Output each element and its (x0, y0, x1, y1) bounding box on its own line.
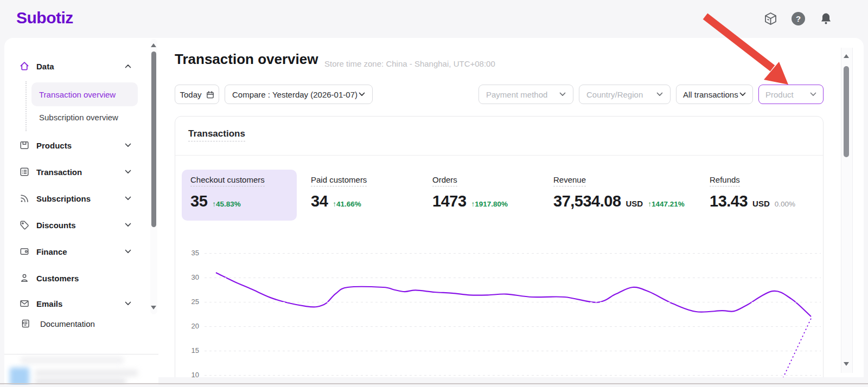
y-tick-label: 35 (175, 249, 199, 257)
package-icon[interactable] (763, 11, 778, 26)
app-logo[interactable]: Subotiz (16, 9, 73, 27)
y-tick-label: 20 (175, 322, 199, 330)
app-window: Subotiz ? (0, 0, 868, 387)
payment-method-dropdown[interactable]: Payment method (478, 85, 573, 104)
metric-unit: USD (626, 199, 643, 208)
sidebar-item-emails[interactable]: Emails (4, 296, 145, 311)
y-tick-label: 30 (175, 273, 199, 281)
grid-line (205, 302, 821, 302)
help-icon[interactable]: ? (791, 11, 806, 26)
scroll-up-icon[interactable] (151, 43, 156, 47)
date-range-label: Today (180, 90, 201, 99)
metric-value: 35 (190, 192, 207, 210)
subscriptions-icon (19, 193, 30, 204)
documentation-icon (20, 318, 31, 329)
chevron-down-icon (359, 92, 365, 96)
sidebar-item-label: Products (36, 141, 72, 150)
calendar-icon (206, 91, 214, 99)
customers-icon (19, 273, 30, 283)
compare-dropdown[interactable]: Compare : Yesterday (2026-01-07) (225, 85, 373, 104)
scroll-up-icon[interactable] (844, 54, 849, 58)
metric-label: Checkout customers (190, 175, 265, 186)
metric-unit: USD (752, 199, 770, 208)
filter-bar: Today Compare : Yesterday (2026-01-07) P… (175, 85, 824, 104)
sidebar-item-label: Discounts (36, 221, 76, 230)
country-region-dropdown[interactable]: Country/Region (579, 85, 671, 104)
product-filter-dropdown[interactable]: Product (758, 85, 824, 104)
sidebar-item-discounts[interactable]: Discounts (4, 217, 145, 233)
metric-orders[interactable]: Orders 1473 ↑1917.80% (432, 175, 508, 210)
chart-line-projection (776, 319, 811, 377)
chevron-down-icon (810, 92, 816, 96)
notifications-icon[interactable] (819, 11, 833, 26)
blurred-account-widget (4, 356, 158, 385)
top-bar: Subotiz ? (0, 0, 868, 38)
page-scrollbar[interactable] (841, 48, 853, 373)
sidebar-item-data[interactable]: Data (4, 59, 145, 74)
metric-paid-customers[interactable]: Paid customers 34 ↑41.66% (311, 175, 367, 210)
active-subnav-label: Transaction overview (39, 90, 116, 99)
sidebar-item-documentation[interactable]: Documentation (4, 316, 145, 331)
metric-value: 13.43 (710, 192, 748, 210)
metric-value: 37,534.08 (553, 192, 621, 210)
svg-text:?: ? (796, 14, 801, 23)
sidebar-item-finance[interactable]: Finance (4, 244, 145, 259)
discounts-icon (19, 220, 30, 230)
chevron-down-icon (656, 92, 663, 96)
metric-delta: ↑1447.21% (648, 200, 685, 208)
date-range-button[interactable]: Today (175, 85, 219, 104)
sidebar-scrollbar[interactable] (150, 39, 157, 314)
sidebar-item-transaction-overview[interactable]: Transaction overview (31, 82, 138, 106)
card-divider (175, 155, 823, 156)
chevron-down-icon (125, 170, 131, 174)
sidebar: Data Transaction overview Subscription o… (4, 38, 158, 385)
sidebar-item-label: Transaction (36, 167, 82, 177)
page-scrollbar-thumb[interactable] (844, 66, 849, 157)
sidebar-item-customers[interactable]: Customers (4, 270, 145, 286)
scroll-down-icon[interactable] (844, 362, 849, 366)
transactions-chart-svg (205, 244, 821, 377)
grid-line (205, 351, 821, 351)
sidebar-item-label: Finance (36, 247, 67, 256)
chevron-down-icon (125, 196, 131, 201)
main-content: Transaction overview Store time zone: Ch… (158, 38, 864, 377)
transaction-icon (19, 166, 30, 177)
transaction-type-label: All transactions (683, 90, 738, 99)
metric-checkout-customers[interactable]: Checkout customers 35 ↑45.83% (190, 175, 265, 210)
y-tick-label: 15 (175, 346, 199, 354)
window-bottom-edge (0, 383, 868, 384)
metric-label: Orders (432, 175, 457, 186)
metric-delta: 0.00% (775, 200, 795, 208)
sidebar-item-products[interactable]: Products (4, 138, 145, 153)
chevron-down-icon (125, 143, 131, 147)
scroll-down-icon[interactable] (151, 306, 156, 309)
sidebar-scrollbar-thumb[interactable] (151, 51, 156, 227)
home-icon (19, 61, 30, 72)
page-title: Transaction overview (175, 51, 318, 68)
chevron-down-icon (125, 223, 131, 227)
sidebar-item-subscriptions[interactable]: Subscriptions (4, 191, 145, 206)
sidebar-divider (4, 354, 158, 354)
sidebar-item-transaction[interactable]: Transaction (4, 164, 145, 179)
sidebar-item-subscription-overview[interactable]: Subscription overview (39, 109, 118, 125)
grid-line (205, 278, 821, 278)
metric-revenue[interactable]: Revenue 37,534.08 USD ↑1447.21% (553, 175, 685, 210)
chevron-down-icon (125, 249, 131, 254)
metric-value: 1473 (432, 192, 467, 210)
sidebar-item-label: Data (36, 62, 54, 71)
sidebar-item-label: Emails (36, 299, 62, 308)
chevron-up-icon (125, 64, 131, 68)
transaction-type-dropdown[interactable]: All transactions (676, 85, 753, 104)
country-region-placeholder: Country/Region (586, 90, 643, 99)
subnav-label: Subscription overview (39, 113, 118, 122)
chevron-down-icon (559, 92, 566, 96)
metric-delta: ↑45.83% (212, 200, 241, 208)
metric-refunds[interactable]: Refunds 13.43 USD 0.00% (710, 175, 795, 210)
chevron-down-icon (739, 92, 746, 96)
metric-value: 34 (311, 192, 328, 210)
sidebar-item-label: Subscriptions (36, 194, 91, 203)
card-title: Transactions (188, 128, 245, 139)
metric-delta: ↑1917.80% (471, 200, 508, 208)
transactions-card: Transactions Checkout customers 35 ↑45.8… (175, 116, 824, 377)
emails-icon (19, 298, 30, 309)
